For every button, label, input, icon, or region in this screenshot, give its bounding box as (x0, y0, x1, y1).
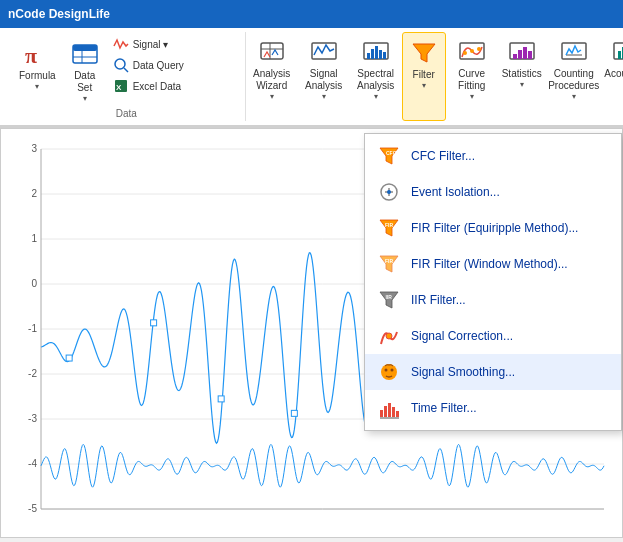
filter-arrow: ▾ (422, 81, 426, 90)
spectral-analysis-arrow: ▾ (374, 92, 378, 101)
svg-text:π: π (25, 43, 37, 68)
fir-equiripple-item[interactable]: FIR FIR Filter (Equiripple Method)... (365, 210, 621, 246)
signal-correction-item[interactable]: Signal Correction... (365, 318, 621, 354)
svg-rect-16 (375, 46, 378, 59)
iir-filter-icon: IIR (377, 288, 401, 312)
svg-rect-14 (367, 53, 370, 59)
svg-point-50 (385, 369, 388, 372)
filter-dropdown-menu: CFC CFC Filter... Event Isolation... FIR… (364, 133, 622, 431)
statistics-label: Statistics (502, 68, 542, 80)
excel-label: Excel Data (133, 81, 181, 92)
spectral-analysis-label: SpectralAnalysis (357, 68, 394, 92)
fir-equiripple-icon: FIR (377, 216, 401, 240)
iir-filter-item[interactable]: IIR IIR Filter... (365, 282, 621, 318)
svg-rect-29 (562, 43, 586, 59)
app-title: nCode DesignLife (8, 7, 110, 21)
dataset-button[interactable]: DataSet ▾ (63, 34, 107, 106)
svg-rect-15 (371, 49, 374, 59)
svg-rect-28 (528, 51, 532, 59)
curve-fitting-label: CurveFitting (458, 68, 485, 92)
event-isolation-icon (377, 180, 401, 204)
cfc-filter-label: CFC Filter... (411, 149, 475, 163)
svg-point-21 (463, 51, 467, 55)
fir-window-icon: FIR (377, 252, 401, 276)
signal-correction-label: Signal Correction... (411, 329, 513, 343)
statistics-button[interactable]: Statistics ▾ (498, 32, 546, 121)
signal-smoothing-icon (377, 360, 401, 384)
svg-text:IIR: IIR (386, 294, 393, 300)
filter-button[interactable]: Filter ▾ (402, 32, 446, 121)
acoustics-button[interactable]: Acoustics ▾ (602, 32, 623, 121)
data-small-buttons: Signal ▾ Data Query (109, 34, 239, 96)
curve-fitting-button[interactable]: CurveFitting ▾ (446, 32, 498, 121)
time-filter-label: Time Filter... (411, 401, 477, 415)
signal-smoothing-label: Signal Smoothing... (411, 365, 515, 379)
data-group-label: Data (116, 108, 137, 119)
counting-procedures-button[interactable]: CountingProcedures ▾ (546, 32, 602, 121)
filter-icon (408, 36, 440, 68)
dataset-label: DataSet (74, 70, 95, 94)
data-query-icon (113, 57, 129, 73)
curve-fitting-icon (456, 35, 488, 67)
counting-procedures-icon (558, 35, 590, 67)
svg-rect-26 (518, 50, 522, 59)
statistics-arrow: ▾ (520, 80, 524, 89)
counting-procedures-label: CountingProcedures (548, 68, 599, 92)
excel-icon: X (113, 78, 129, 94)
svg-point-22 (470, 49, 474, 53)
svg-text:X: X (116, 83, 122, 92)
signal-label: Signal ▾ (133, 39, 169, 50)
ribbon-group-data: π Formula ▾ (8, 32, 246, 121)
svg-text:CFC: CFC (386, 150, 397, 156)
formula-icon: π (21, 37, 53, 69)
analysis-wizard-icon (256, 35, 288, 67)
svg-point-41 (387, 190, 391, 194)
svg-marker-19 (413, 44, 435, 62)
analysis-wizard-label: AnalysisWizard (253, 68, 290, 92)
svg-point-51 (391, 369, 394, 372)
svg-rect-52 (380, 410, 383, 417)
signal-analysis-button[interactable]: SignalAnalysis ▾ (298, 32, 350, 121)
filter-label: Filter (413, 69, 435, 81)
signal-analysis-icon (308, 35, 340, 67)
svg-rect-2 (73, 45, 97, 51)
signal-button[interactable]: Signal ▾ (109, 34, 239, 54)
fir-window-label: FIR Filter (Window Method)... (411, 257, 568, 271)
spectral-analysis-icon (360, 35, 392, 67)
analysis-wizard-button[interactable]: AnalysisWizard ▾ (246, 32, 298, 121)
svg-point-23 (477, 47, 481, 51)
svg-text:FIR: FIR (385, 222, 393, 228)
statistics-icon (506, 35, 538, 67)
svg-point-48 (386, 333, 392, 339)
event-isolation-item[interactable]: Event Isolation... (365, 174, 621, 210)
svg-rect-56 (396, 411, 399, 417)
signal-smoothing-item[interactable]: Signal Smoothing... (365, 354, 621, 390)
formula-arrow: ▾ (35, 82, 39, 91)
formula-button[interactable]: π Formula ▾ (14, 34, 61, 94)
svg-text:FIR: FIR (385, 258, 393, 264)
fir-equiripple-label: FIR Filter (Equiripple Method)... (411, 221, 578, 235)
time-filter-item[interactable]: Time Filter... (365, 390, 621, 426)
svg-rect-18 (383, 52, 386, 59)
excel-data-button[interactable]: X Excel Data (109, 76, 239, 96)
signal-analysis-arrow: ▾ (322, 92, 326, 101)
signal-icon (113, 36, 129, 52)
data-query-label: Data Query (133, 60, 184, 71)
cfc-filter-item[interactable]: CFC CFC Filter... (365, 138, 621, 174)
fir-window-item[interactable]: FIR FIR Filter (Window Method)... (365, 246, 621, 282)
formula-label: Formula (19, 70, 56, 82)
data-query-button[interactable]: Data Query (109, 55, 239, 75)
svg-point-5 (115, 59, 125, 69)
curve-fitting-arrow: ▾ (470, 92, 474, 101)
counting-procedures-arrow: ▾ (572, 92, 576, 101)
acoustics-icon (610, 35, 623, 67)
svg-rect-53 (384, 406, 387, 417)
spectral-analysis-button[interactable]: SpectralAnalysis ▾ (350, 32, 402, 121)
cfc-filter-icon: CFC (377, 144, 401, 168)
time-filter-icon (377, 396, 401, 420)
event-isolation-label: Event Isolation... (411, 185, 500, 199)
analysis-wizard-arrow: ▾ (270, 92, 274, 101)
svg-rect-54 (388, 403, 391, 417)
acoustics-label: Acoustics (604, 68, 623, 80)
signal-correction-icon (377, 324, 401, 348)
